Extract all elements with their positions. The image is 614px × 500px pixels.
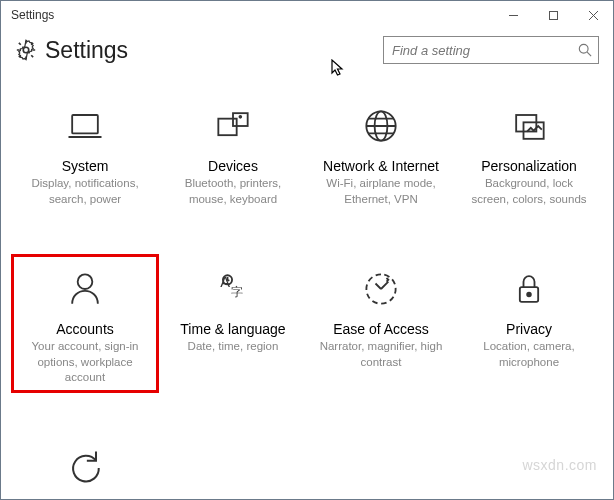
tile-title: Network & Internet <box>323 158 439 174</box>
maximize-button[interactable] <box>533 1 573 29</box>
search-icon <box>578 43 592 57</box>
tile-desc: Bluetooth, printers, mouse, keyboard <box>168 176 298 207</box>
svg-point-16 <box>527 293 531 297</box>
watermark: wsxdn.com <box>522 457 597 473</box>
time-language-icon: A 字 <box>207 263 259 315</box>
update-icon <box>59 442 111 494</box>
tile-devices[interactable]: Devices Bluetooth, printers, mouse, keyb… <box>159 91 307 214</box>
svg-text:字: 字 <box>231 285 243 299</box>
tile-title: Accounts <box>56 321 114 337</box>
tile-desc: Display, notifications, search, power <box>20 176 150 207</box>
tile-update-recovery[interactable]: Update & recovery Windows Update, backup… <box>11 433 159 500</box>
svg-rect-3 <box>72 115 98 133</box>
cursor-icon <box>331 59 345 77</box>
tile-ease-of-access[interactable]: Ease of Access Narrator, magnifier, high… <box>307 254 455 393</box>
tile-title: System <box>62 158 109 174</box>
tile-desc: Location, camera, microphone <box>464 339 594 370</box>
window-controls <box>493 1 613 29</box>
tile-title: Time & language <box>180 321 285 337</box>
search-placeholder: Find a setting <box>392 43 470 58</box>
svg-rect-4 <box>218 119 236 136</box>
settings-grid: System Display, notifications, search, p… <box>1 71 613 500</box>
ease-of-access-icon <box>355 263 407 315</box>
search-input[interactable]: Find a setting <box>383 36 599 64</box>
tile-title: Devices <box>208 158 258 174</box>
tile-title: Personalization <box>481 158 577 174</box>
tile-personalization[interactable]: Personalization Background, lock screen,… <box>455 91 603 214</box>
globe-icon <box>355 100 407 152</box>
tile-desc: Your account, sign-in options, workplace… <box>20 339 150 386</box>
window-title: Settings <box>11 8 54 22</box>
close-button[interactable] <box>573 1 613 29</box>
person-icon <box>59 263 111 315</box>
svg-point-11 <box>78 274 93 289</box>
tile-network[interactable]: Network & Internet Wi-Fi, airplane mode,… <box>307 91 455 214</box>
svg-point-6 <box>239 116 241 118</box>
laptop-icon <box>59 100 111 152</box>
titlebar: Settings <box>1 1 613 29</box>
lock-icon <box>503 263 555 315</box>
personalization-icon <box>503 100 555 152</box>
minimize-button[interactable] <box>493 1 533 29</box>
tile-desc: Wi-Fi, airplane mode, Ethernet, VPN <box>316 176 446 207</box>
gear-icon <box>15 39 37 61</box>
svg-rect-0 <box>549 11 557 19</box>
tile-desc: Narrator, magnifier, high contrast <box>316 339 446 370</box>
tile-system[interactable]: System Display, notifications, search, p… <box>11 91 159 214</box>
svg-point-1 <box>23 47 29 53</box>
tile-desc: Date, time, region <box>186 339 281 355</box>
tile-accounts[interactable]: Accounts Your account, sign-in options, … <box>11 254 159 393</box>
devices-icon <box>207 100 259 152</box>
svg-point-2 <box>579 44 588 53</box>
tile-desc: Background, lock screen, colors, sounds <box>464 176 594 207</box>
tile-title: Privacy <box>506 321 552 337</box>
header: Settings Find a setting <box>1 29 613 71</box>
tile-privacy[interactable]: Privacy Location, camera, microphone <box>455 254 603 393</box>
tile-time-language[interactable]: A 字 Time & language Date, time, region <box>159 254 307 393</box>
tile-title: Ease of Access <box>333 321 429 337</box>
